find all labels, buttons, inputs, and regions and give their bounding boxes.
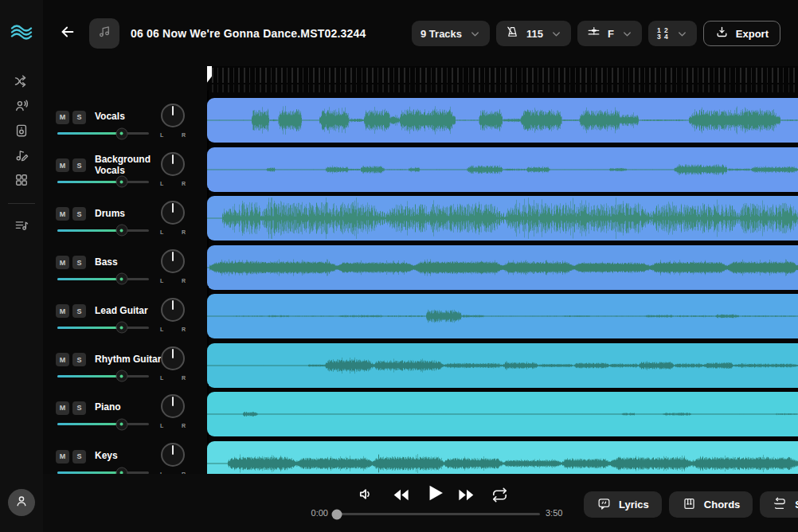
solo-button[interactable]: S [72,450,86,464]
volume-slider[interactable] [57,229,149,232]
waveform-track-row[interactable] [207,245,798,290]
volume-slider[interactable] [57,132,149,135]
volume-slider-thumb[interactable] [115,176,127,188]
pan-knob-dial[interactable] [161,346,185,370]
loop-button[interactable] [491,486,509,507]
splitter-icon [14,73,29,92]
pan-knob[interactable]: L R [159,443,186,474]
pan-knob-dial[interactable] [161,201,185,225]
ruler-ticks-short [212,84,798,92]
mute-button[interactable]: M [56,401,69,415]
pan-knob[interactable]: L R [159,201,186,236]
sidebar-item-queue[interactable] [0,214,43,239]
bpm-dropdown[interactable]: 115 [496,21,571,46]
mute-button[interactable]: M [56,111,69,124]
lyrics-button[interactable]: Lyrics [584,491,662,518]
volume-slider-thumb[interactable] [115,418,127,430]
pan-right-label: R [182,132,186,138]
pan-knob-dial[interactable] [161,104,185,127]
mute-button[interactable]: M [56,207,69,221]
pan-knob-dial[interactable] [161,152,185,176]
export-button[interactable]: Export [703,21,780,46]
track-mixer-row: M S Bass L R [43,244,207,292]
volume-slider[interactable] [57,423,149,425]
waveform-track-row[interactable] [207,441,798,475]
volume-button[interactable] [357,485,375,506]
track-mixer-row: M S Vocals L R [43,99,207,147]
back-button[interactable] [57,23,78,44]
pitch-fader-icon [586,25,601,42]
pan-knob[interactable]: L R [159,152,186,187]
solo-button[interactable]: S [72,158,86,172]
waveform-track-row[interactable] [207,294,798,338]
mute-button[interactable]: M [56,256,69,269]
volume-slider-thumb[interactable] [115,322,127,334]
sections-button[interactable]: Sections [760,491,798,518]
pan-knob[interactable]: L R [159,394,186,429]
pan-knob[interactable]: L R [159,298,186,333]
chords-button[interactable]: Chords [669,491,753,518]
volume-slider-thumb[interactable] [115,273,127,285]
volume-slider-thumb[interactable] [115,370,127,382]
lyrics-icon [597,496,612,514]
volume-slider-thumb[interactable] [115,225,127,237]
pan-knob[interactable]: L R [159,346,186,381]
sidebar-item-apps[interactable] [0,169,43,194]
chords-icon [682,496,697,514]
key-value: F [608,28,614,40]
seek-bar[interactable] [334,513,540,515]
user-avatar[interactable] [8,489,35,516]
mute-button[interactable]: M [56,304,69,318]
transport-bar: 0:00 3:50 Lyrics [43,474,798,532]
volume-slider[interactable] [57,375,149,377]
rewind-button[interactable] [392,486,410,507]
volume-slider[interactable] [57,327,149,329]
solo-button[interactable]: S [72,304,86,318]
edit-note-icon [14,147,29,166]
waveform-canvas [207,245,798,290]
moises-logo-icon[interactable] [10,22,33,45]
pan-knob-dial[interactable] [161,443,185,467]
volume-slider[interactable] [57,278,149,280]
sidebar-item-edit-lyrics[interactable] [0,144,43,169]
seek-thumb[interactable] [331,509,342,519]
waveform-track-row[interactable] [207,196,798,241]
solo-button[interactable]: S [72,111,86,124]
mute-button[interactable]: M [56,158,69,172]
pan-knob[interactable]: L R [159,249,186,284]
waveform-track-row[interactable] [207,392,798,436]
timeline-ruler[interactable] [207,66,798,95]
fast-forward-button[interactable] [457,486,475,507]
volume-slider-thumb[interactable] [115,467,127,474]
time-signature-dropdown[interactable]: 1 2 3 4 [648,21,697,46]
solo-button[interactable]: S [72,353,86,366]
pan-knob-dial[interactable] [161,249,185,273]
sections-label: Sections [795,499,798,510]
volume-slider-fill [57,327,122,329]
waveform-track-row[interactable] [207,343,798,388]
solo-button[interactable]: S [72,256,86,269]
play-button[interactable] [424,482,446,507]
pan-left-label: L [160,229,163,235]
tracks-dropdown[interactable]: 9 Tracks [412,21,490,46]
pan-knob[interactable]: L R [159,104,186,139]
sidebar-item-speaker[interactable] [0,119,43,144]
pan-knob-dial[interactable] [161,298,185,322]
mute-button[interactable]: M [56,353,69,366]
waveform-track-row[interactable] [207,147,798,192]
time-signature-value: 1 2 3 4 [657,27,669,41]
volume-slider-thumb[interactable] [115,127,127,139]
pan-knob-dial[interactable] [161,394,185,418]
waveform-canvas [207,343,798,388]
volume-slider[interactable] [57,181,149,183]
waveform-track-row[interactable] [207,98,798,143]
solo-button[interactable]: S [72,207,86,221]
key-dropdown[interactable]: F [577,21,642,46]
sidebar-item-voice[interactable] [0,95,43,119]
mute-button[interactable]: M [56,450,69,464]
moises-studio-app: 06 06 Now We're Gonna Dance.MST02.3244 9… [0,0,798,532]
solo-button[interactable]: S [72,401,86,415]
pan-left-label: L [160,181,163,186]
track-name: Background Vocals [95,155,162,177]
sidebar-item-splitter[interactable] [0,70,43,95]
